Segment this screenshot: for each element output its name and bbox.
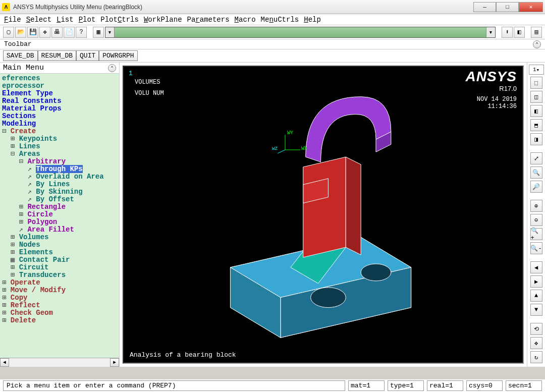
iso-view-icon[interactable]: ⬚ [530, 77, 542, 89]
menu-plot[interactable]: Plot [79, 16, 96, 24]
tree-item[interactable]: Modeling [0, 120, 119, 128]
main-menu-collapse-icon[interactable]: ⌃ [108, 64, 116, 72]
tree-item[interactable]: Material Props [0, 105, 119, 113]
zoom-in-backface-icon[interactable]: ⊕ [530, 200, 542, 212]
grid-icon[interactable]: ▦ [93, 27, 104, 38]
tree-item[interactable]: Element Type [0, 90, 119, 97]
combo-drop-icon[interactable]: ▾ [486, 27, 495, 37]
raise-icon[interactable]: ⬆ [502, 27, 513, 38]
menu-macro[interactable]: Macro [235, 16, 256, 24]
tree-item[interactable]: Real Constants [0, 97, 119, 105]
report-icon[interactable]: 📄 [64, 27, 75, 38]
tree-item[interactable]: ↗ By Skinning [0, 188, 119, 196]
tree-item[interactable]: ⊞ Elements [0, 249, 119, 256]
zoom-win-icon[interactable]: 🔎 [530, 181, 542, 193]
tree-item[interactable]: ⊞ Keypoints [0, 135, 119, 143]
oblique-view-icon[interactable]: ◨ [530, 133, 542, 145]
save-db-button[interactable]: SAVE_DB [3, 50, 38, 61]
rotate-down-icon[interactable]: ▼ [530, 304, 542, 316]
zoom-box-icon[interactable]: 🔍 [530, 166, 542, 179]
tree-item[interactable]: eprocessor [0, 82, 119, 90]
new-icon[interactable]: ▢ [3, 27, 14, 38]
command-combo[interactable]: ▾ ▾ [105, 27, 496, 38]
axes-triad: WY WX WZ [275, 132, 305, 159]
combo-left-icon[interactable]: ▾ [105, 27, 115, 37]
tree-item[interactable]: ⊞ Lines [0, 143, 119, 150]
icon-toolbar: ▢ 📂 💾 ✥ 🖶 📄 ? ▦ ▾ ▾ ⬆ ◧ ▤ [0, 25, 545, 39]
close-button[interactable]: ✕ [519, 2, 543, 12]
tree[interactable]: eferenceseprocessorElement TypeReal Cons… [0, 74, 119, 358]
tree-item[interactable]: eferences [0, 75, 119, 82]
tree-item[interactable]: ⊞ Check Geom [0, 309, 119, 317]
graphics-viewport[interactable]: 1 VOLUMES VOLU NUM ANSYS R17.0 NOV 14 20… [123, 66, 524, 364]
pan-icon[interactable]: ✥ [39, 27, 50, 38]
maximize-button[interactable]: □ [496, 2, 519, 12]
quit-button[interactable]: QUIT [76, 50, 99, 61]
tree-item[interactable]: ↗ By Offset [0, 196, 119, 203]
help-icon[interactable]: ? [76, 27, 87, 38]
zoom-in-icon[interactable]: 🔍+ [530, 228, 542, 240]
viewport-label-volumes: VOLUMES [135, 79, 160, 86]
tree-item[interactable]: ⊞ Circuit [0, 264, 119, 271]
scroll-left-icon[interactable]: ◄ [0, 358, 9, 367]
menu-help[interactable]: Help [304, 16, 321, 24]
tree-item[interactable]: ⊞ Circle [0, 211, 119, 218]
command-field[interactable] [115, 27, 486, 37]
print-icon[interactable]: 🖶 [51, 27, 63, 38]
front-view-icon[interactable]: ◫ [530, 91, 542, 103]
tree-item[interactable]: ⊟ Areas [0, 150, 119, 158]
tree-item[interactable]: ⊞ Volumes [0, 234, 119, 241]
tree-item[interactable]: ↗ Area Fillet [0, 226, 119, 234]
scroll-right-icon[interactable]: ► [110, 358, 119, 367]
dyn-spin-icon[interactable]: ↻ [530, 351, 542, 363]
tree-item[interactable]: ⊟ Arbitrary [0, 158, 119, 165]
dyn-rotate-icon[interactable]: ⟲ [530, 323, 542, 335]
open-icon[interactable]: 📂 [15, 27, 26, 38]
tree-item[interactable]: ↗ Through KPs [0, 165, 119, 173]
tree-item[interactable]: ⊞ Operate [0, 279, 119, 287]
tree-item[interactable]: ↗ Overlaid on Area [0, 173, 119, 181]
zoom-out-backface-icon[interactable]: ⊖ [530, 214, 542, 226]
tree-item[interactable]: Sections [0, 113, 119, 120]
resum-db-button[interactable]: RESUM_DB [38, 50, 76, 61]
menu-select[interactable]: Select [26, 16, 51, 24]
tree-item[interactable]: ⊞ Rectangle [0, 203, 119, 211]
menu-workplane[interactable]: WorkPlane [144, 16, 182, 24]
menu-parameters[interactable]: Parameters [187, 16, 230, 24]
tree-item[interactable]: ⊟ Create [0, 128, 119, 135]
scrollbar-track[interactable] [9, 358, 110, 367]
tree-item[interactable]: ⊞ Transducers [0, 271, 119, 279]
rotate-left-icon[interactable]: ◀ [530, 261, 542, 273]
contour-icon[interactable]: ◧ [514, 27, 525, 38]
menu-list[interactable]: List [57, 16, 74, 24]
tree-item[interactable]: ▦ Contact Pair [0, 256, 119, 264]
save-icon[interactable]: 💾 [27, 27, 38, 38]
right-toolbar: 1 ▾ ⬚ ◫ ◧ ⬒ ◨ ⤢ 🔍 🔎 ⊕ ⊖ 🔍+ 🔍- ◀ ▶ ▲ ▼ ⟲ … [527, 63, 545, 367]
tree-item[interactable]: ⊞ Polygon [0, 218, 119, 226]
side-view-icon[interactable]: ◧ [530, 105, 542, 117]
zoom-out-icon[interactable]: 🔍- [530, 242, 542, 254]
results-icon[interactable]: ▤ [531, 27, 542, 38]
tree-item[interactable]: ↗ By Lines [0, 181, 119, 188]
menu-file[interactable]: File [4, 16, 21, 24]
tree-item[interactable]: ⊞ Reflect [0, 302, 119, 309]
menu-menuctrls[interactable]: MenuCtrls [261, 16, 299, 24]
view-select-dropdown[interactable]: 1 ▾ [529, 65, 544, 75]
status-real: real=1 [427, 380, 463, 391]
tree-item[interactable]: ⊞ Move / Modify [0, 287, 119, 294]
axis-y-label: WY [287, 130, 293, 136]
fit-icon[interactable]: ⤢ [530, 152, 542, 164]
dyn-pan-icon[interactable]: ✥ [530, 337, 542, 349]
tree-item[interactable]: ⊞ Nodes [0, 241, 119, 249]
menu-plotctrls[interactable]: PlotCtrls [100, 16, 139, 24]
collapse-icon[interactable]: ⌃ [533, 40, 541, 48]
powrgrph-button[interactable]: POWRGRPH [99, 50, 137, 61]
minimize-button[interactable]: — [473, 2, 496, 12]
status-prompt[interactable]: Pick a menu item or enter a command (PRE… [3, 380, 345, 391]
rotate-up-icon[interactable]: ▲ [530, 290, 542, 302]
tree-item[interactable]: ⊞ Copy [0, 294, 119, 302]
tree-scrollbar[interactable]: ◄ ► [0, 358, 119, 367]
tree-item[interactable]: ⊞ Delete [0, 317, 119, 324]
top-view-icon[interactable]: ⬒ [530, 119, 542, 131]
rotate-right-icon[interactable]: ▶ [530, 275, 542, 288]
